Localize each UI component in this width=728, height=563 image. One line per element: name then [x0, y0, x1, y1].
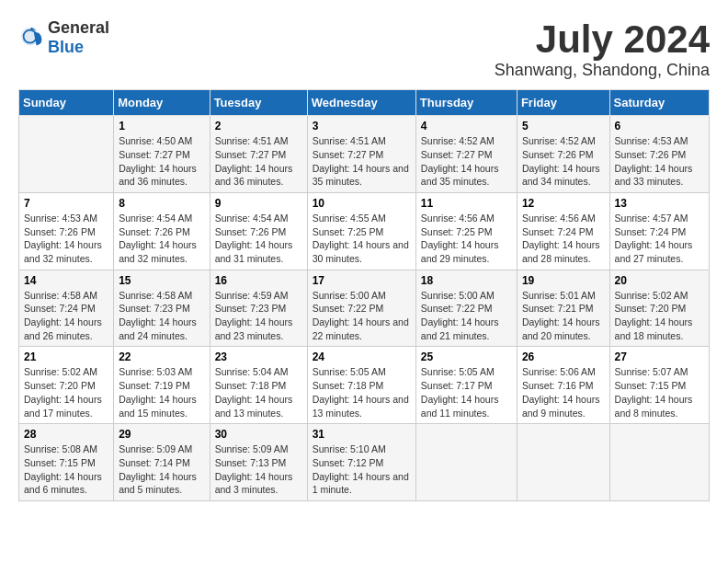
day-info: Sunrise: 4:52 AM Sunset: 7:26 PM Dayligh… — [522, 134, 605, 189]
calendar-cell: 19 Sunrise: 5:01 AM Sunset: 7:21 PM Dayl… — [517, 270, 609, 347]
day-number: 20 — [615, 274, 704, 287]
calendar-week-row: 7 Sunrise: 4:53 AM Sunset: 7:26 PM Dayli… — [19, 192, 710, 270]
calendar-cell — [609, 424, 709, 501]
day-number: 3 — [313, 120, 411, 132]
header-saturday: Saturday — [609, 90, 709, 116]
day-info: Sunrise: 4:51 AM Sunset: 7:27 PM Dayligh… — [215, 134, 302, 189]
header-monday: Monday — [114, 90, 210, 116]
calendar-cell: 20 Sunrise: 5:02 AM Sunset: 7:20 PM Dayl… — [609, 270, 709, 347]
day-info: Sunrise: 5:10 AM Sunset: 7:12 PM Dayligh… — [313, 442, 411, 497]
day-info: Sunrise: 5:05 AM Sunset: 7:18 PM Dayligh… — [313, 365, 411, 419]
day-number: 2 — [215, 120, 302, 132]
day-info: Sunrise: 4:51 AM Sunset: 7:27 PM Dayligh… — [313, 134, 411, 189]
day-info: Sunrise: 4:56 AM Sunset: 7:25 PM Dayligh… — [421, 212, 512, 266]
day-info: Sunrise: 5:03 AM Sunset: 7:19 PM Dayligh… — [119, 365, 204, 419]
day-number: 27 — [615, 350, 704, 363]
day-info: Sunrise: 4:58 AM Sunset: 7:23 PM Dayligh… — [119, 289, 204, 343]
day-info: Sunrise: 5:09 AM Sunset: 7:14 PM Dayligh… — [119, 442, 204, 497]
day-number: 25 — [421, 350, 512, 363]
day-number: 13 — [615, 197, 704, 210]
calendar-cell: 29 Sunrise: 5:09 AM Sunset: 7:14 PM Dayl… — [114, 424, 210, 501]
day-number: 11 — [421, 197, 512, 210]
day-number: 7 — [24, 197, 108, 210]
day-number: 14 — [24, 274, 108, 287]
calendar-cell: 14 Sunrise: 4:58 AM Sunset: 7:24 PM Dayl… — [19, 270, 114, 347]
calendar-cell: 12 Sunrise: 4:56 AM Sunset: 7:24 PM Dayl… — [517, 192, 609, 270]
day-info: Sunrise: 4:54 AM Sunset: 7:26 PM Dayligh… — [215, 212, 302, 266]
day-number: 12 — [522, 197, 605, 210]
calendar-cell: 8 Sunrise: 4:54 AM Sunset: 7:26 PM Dayli… — [114, 192, 210, 270]
day-number: 29 — [119, 428, 204, 441]
day-number: 23 — [215, 350, 302, 363]
day-info: Sunrise: 5:02 AM Sunset: 7:20 PM Dayligh… — [24, 365, 108, 419]
day-number: 5 — [522, 120, 605, 132]
day-number: 28 — [24, 428, 108, 441]
calendar-cell: 9 Sunrise: 4:54 AM Sunset: 7:26 PM Dayli… — [210, 192, 307, 270]
calendar-cell: 27 Sunrise: 5:07 AM Sunset: 7:15 PM Dayl… — [609, 347, 709, 424]
day-number: 19 — [522, 274, 605, 287]
calendar-cell: 3 Sunrise: 4:51 AM Sunset: 7:27 PM Dayli… — [307, 116, 415, 193]
calendar-cell: 10 Sunrise: 4:55 AM Sunset: 7:25 PM Dayl… — [307, 192, 415, 270]
calendar-cell: 25 Sunrise: 5:05 AM Sunset: 7:17 PM Dayl… — [415, 347, 517, 424]
calendar-cell: 15 Sunrise: 4:58 AM Sunset: 7:23 PM Dayl… — [114, 270, 210, 347]
day-info: Sunrise: 4:56 AM Sunset: 7:24 PM Dayligh… — [522, 212, 605, 266]
day-number: 22 — [119, 350, 204, 363]
calendar-week-row: 14 Sunrise: 4:58 AM Sunset: 7:24 PM Dayl… — [19, 270, 710, 347]
day-number: 24 — [313, 350, 411, 363]
day-info: Sunrise: 5:04 AM Sunset: 7:18 PM Dayligh… — [215, 365, 302, 419]
logo-general: General — [48, 18, 109, 37]
calendar-cell: 17 Sunrise: 5:00 AM Sunset: 7:22 PM Dayl… — [307, 270, 415, 347]
calendar-cell: 5 Sunrise: 4:52 AM Sunset: 7:26 PM Dayli… — [517, 116, 609, 193]
day-info: Sunrise: 5:09 AM Sunset: 7:13 PM Dayligh… — [215, 442, 302, 497]
title-area: July 2024 Shanwang, Shandong, China — [495, 18, 710, 80]
day-info: Sunrise: 4:53 AM Sunset: 7:26 PM Dayligh… — [615, 134, 704, 189]
day-info: Sunrise: 5:06 AM Sunset: 7:16 PM Dayligh… — [522, 365, 605, 419]
day-number: 18 — [421, 274, 512, 287]
day-info: Sunrise: 5:08 AM Sunset: 7:15 PM Dayligh… — [24, 442, 108, 497]
day-number: 17 — [313, 274, 411, 287]
day-number: 9 — [215, 197, 302, 210]
calendar-cell: 26 Sunrise: 5:06 AM Sunset: 7:16 PM Dayl… — [517, 347, 609, 424]
day-info: Sunrise: 5:00 AM Sunset: 7:22 PM Dayligh… — [313, 289, 411, 343]
day-info: Sunrise: 4:52 AM Sunset: 7:27 PM Dayligh… — [421, 134, 512, 189]
logo-icon — [18, 25, 44, 51]
calendar-cell: 18 Sunrise: 5:00 AM Sunset: 7:22 PM Dayl… — [415, 270, 517, 347]
day-info: Sunrise: 4:53 AM Sunset: 7:26 PM Dayligh… — [24, 212, 108, 266]
calendar-cell: 16 Sunrise: 4:59 AM Sunset: 7:23 PM Dayl… — [210, 270, 307, 347]
day-info: Sunrise: 4:59 AM Sunset: 7:23 PM Dayligh… — [215, 289, 302, 343]
calendar-week-row: 28 Sunrise: 5:08 AM Sunset: 7:15 PM Dayl… — [19, 424, 710, 501]
day-number: 1 — [119, 120, 204, 132]
day-info: Sunrise: 4:50 AM Sunset: 7:27 PM Dayligh… — [119, 134, 204, 189]
calendar-cell: 22 Sunrise: 5:03 AM Sunset: 7:19 PM Dayl… — [114, 347, 210, 424]
calendar-cell — [517, 424, 609, 501]
header-thursday: Thursday — [415, 90, 517, 116]
day-number: 8 — [119, 197, 204, 210]
calendar-cell: 11 Sunrise: 4:56 AM Sunset: 7:25 PM Dayl… — [415, 192, 517, 270]
calendar-cell: 21 Sunrise: 5:02 AM Sunset: 7:20 PM Dayl… — [19, 347, 114, 424]
header: General Blue July 2024 Shanwang, Shandon… — [18, 18, 710, 80]
month-title: July 2024 — [495, 18, 710, 61]
calendar-cell: 28 Sunrise: 5:08 AM Sunset: 7:15 PM Dayl… — [19, 424, 114, 501]
calendar-table: SundayMondayTuesdayWednesdayThursdayFrid… — [18, 89, 710, 501]
calendar-cell: 13 Sunrise: 4:57 AM Sunset: 7:24 PM Dayl… — [609, 192, 709, 270]
day-info: Sunrise: 5:02 AM Sunset: 7:20 PM Dayligh… — [615, 289, 704, 343]
day-info: Sunrise: 5:01 AM Sunset: 7:21 PM Dayligh… — [522, 289, 605, 343]
calendar-cell: 2 Sunrise: 4:51 AM Sunset: 7:27 PM Dayli… — [210, 116, 307, 193]
header-sunday: Sunday — [19, 90, 114, 116]
day-number: 15 — [119, 274, 204, 287]
location-title: Shanwang, Shandong, China — [495, 61, 710, 80]
logo-blue: Blue — [48, 38, 84, 56]
calendar-header-row: SundayMondayTuesdayWednesdayThursdayFrid… — [19, 90, 710, 116]
day-number: 6 — [615, 120, 704, 132]
calendar-cell: 1 Sunrise: 4:50 AM Sunset: 7:27 PM Dayli… — [114, 116, 210, 193]
day-number: 26 — [522, 350, 605, 363]
calendar-cell: 7 Sunrise: 4:53 AM Sunset: 7:26 PM Dayli… — [19, 192, 114, 270]
calendar-cell: 24 Sunrise: 5:05 AM Sunset: 7:18 PM Dayl… — [307, 347, 415, 424]
header-friday: Friday — [517, 90, 609, 116]
day-info: Sunrise: 4:57 AM Sunset: 7:24 PM Dayligh… — [615, 212, 704, 266]
day-info: Sunrise: 4:58 AM Sunset: 7:24 PM Dayligh… — [24, 289, 108, 343]
calendar-cell: 30 Sunrise: 5:09 AM Sunset: 7:13 PM Dayl… — [210, 424, 307, 501]
day-info: Sunrise: 5:07 AM Sunset: 7:15 PM Dayligh… — [615, 365, 704, 419]
day-number: 10 — [313, 197, 411, 210]
day-info: Sunrise: 4:54 AM Sunset: 7:26 PM Dayligh… — [119, 212, 204, 266]
